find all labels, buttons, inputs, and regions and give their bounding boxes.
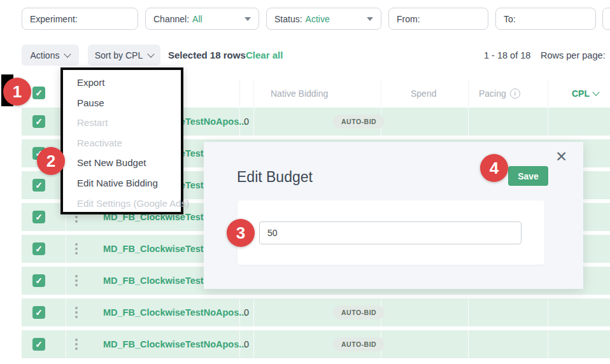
info-icon[interactable]: i	[510, 88, 520, 99]
checkmark-icon: ✓	[35, 340, 43, 349]
budget-input[interactable]	[259, 221, 521, 244]
row-checkbox[interactable]: ✓	[32, 115, 45, 128]
chevron-down-icon	[64, 50, 71, 57]
experiment-filter-label: Experiment:	[30, 14, 78, 24]
edit-budget-modal: Edit Budget ✕ Save	[204, 142, 583, 289]
row-menu-icon[interactable]	[73, 241, 80, 257]
menu-item-edit-settings-google-ads: Edit Settings (Google Ads)	[63, 193, 181, 214]
annotation-step-2: 2	[37, 147, 65, 175]
annotation-step-3: 3	[227, 219, 255, 247]
annotation-step-1: 1	[3, 78, 31, 106]
auto-bid-badge: AUTO-BID	[333, 115, 385, 129]
checkmark-icon: ✓	[35, 181, 43, 190]
channel-filter-label: Channel:	[153, 14, 189, 24]
experiment-filter[interactable]: Experiment:	[22, 8, 138, 30]
select-all-checkbox[interactable]: ✓	[32, 87, 45, 99]
column-divider	[66, 330, 66, 358]
channel-filter[interactable]: Channel: All	[145, 8, 259, 30]
date-to-filter[interactable]: To:	[495, 8, 596, 30]
column-divider	[253, 108, 254, 136]
column-divider	[239, 80, 240, 107]
rows-per-page-label: Rows per page:	[541, 50, 606, 60]
row-value: 0	[244, 307, 249, 318]
checkmark-icon: ✓	[35, 308, 43, 317]
column-divider	[548, 330, 548, 358]
column-divider	[468, 108, 469, 136]
column-divider	[468, 298, 469, 326]
selected-rows-text: Selected 18 rows	[168, 50, 246, 60]
table-row: ✓ MD_FB_ClockwiseTestNoApos... 0 AUTO-BI…	[22, 298, 610, 326]
row-menu-icon[interactable]	[73, 272, 80, 289]
checkmark-icon: ✓	[35, 244, 43, 253]
column-divider	[468, 330, 469, 358]
menu-item-edit-native-bidding[interactable]: Edit Native Bidding	[63, 173, 181, 193]
dropdown-arrow-icon	[245, 17, 251, 21]
column-divider	[66, 298, 66, 326]
close-icon[interactable]: ✕	[555, 150, 567, 164]
row-value: 0	[244, 116, 249, 127]
column-divider	[66, 235, 66, 263]
column-divider	[548, 108, 548, 136]
annotation-step-4: 4	[480, 154, 508, 182]
row-checkbox[interactable]: ✓	[32, 211, 45, 223]
column-divider	[381, 80, 381, 107]
clipped-filter-box[interactable]	[602, 8, 610, 30]
column-divider	[253, 298, 254, 326]
row-menu-icon[interactable]	[73, 336, 80, 353]
campaign-name-link[interactable]: MD_FB_ClockwiseTestNoApos...	[103, 339, 246, 349]
status-filter-value: Active	[306, 14, 330, 24]
menu-item-pause[interactable]: Pause	[63, 93, 181, 113]
checkmark-icon: ✓	[35, 276, 43, 285]
chevron-down-icon	[148, 50, 155, 57]
actions-button-label: Actions	[31, 50, 60, 60]
column-header-native-bidding: Native Bidding	[271, 88, 328, 99]
actions-dropdown-menu: Export Pause Restart Reactivate Set New …	[60, 67, 183, 214]
date-to-filter-label: To:	[504, 14, 516, 24]
status-filter-label: Status:	[274, 14, 302, 24]
menu-item-reactivate: Reactivate	[63, 133, 181, 153]
pagination-range-text: 1 - 18 of 18	[484, 50, 530, 60]
pacing-header-label: Pacing	[479, 88, 506, 99]
row-checkbox[interactable]: ✓	[32, 274, 45, 287]
column-header-pacing: Pacing i	[479, 88, 520, 99]
clear-all-link[interactable]: Clear all	[246, 50, 283, 60]
channel-filter-value: All	[192, 14, 202, 24]
status-filter[interactable]: Status: Active	[266, 8, 381, 30]
cpl-header-label: CPL	[572, 88, 590, 99]
menu-item-restart: Restart	[63, 113, 181, 133]
row-checkbox[interactable]: ✓	[32, 338, 45, 351]
row-checkbox[interactable]: ✓	[32, 179, 45, 192]
row-value: 0	[244, 339, 249, 349]
auto-bid-badge: AUTO-BID	[333, 305, 385, 319]
menu-item-set-new-budget[interactable]: Set New Budget	[63, 153, 181, 173]
column-header-spend: Spend	[411, 88, 436, 99]
row-checkbox[interactable]: ✓	[32, 306, 45, 319]
dropdown-arrow-icon	[367, 17, 373, 21]
checkmark-icon: ✓	[35, 88, 43, 97]
checkmark-icon: ✓	[35, 117, 43, 126]
campaign-name-link[interactable]: MD_FB_ClockwiseTestNoApos...	[103, 307, 246, 318]
column-divider	[66, 267, 66, 295]
row-menu-icon[interactable]	[73, 304, 80, 321]
save-button[interactable]: Save	[508, 166, 548, 186]
modal-title: Edit Budget	[237, 169, 313, 186]
menu-item-export[interactable]: Export	[63, 73, 181, 93]
column-divider	[253, 330, 254, 358]
sort-button-label: Sort by CPL	[95, 50, 143, 60]
column-divider	[253, 80, 254, 107]
table-row: ✓ MD_FB_ClockwiseTestNoApos... 0 AUTO-BI…	[22, 330, 610, 358]
column-divider	[468, 80, 469, 107]
column-header-cpl[interactable]: CPL	[572, 88, 599, 99]
row-checkbox[interactable]: ✓	[32, 242, 45, 255]
budget-card	[238, 200, 544, 265]
column-divider	[548, 80, 548, 107]
date-from-filter[interactable]: From:	[388, 8, 488, 30]
auto-bid-badge: AUTO-BID	[333, 337, 385, 351]
date-from-filter-label: From:	[397, 14, 420, 24]
actions-button[interactable]: Actions	[22, 45, 79, 66]
column-divider	[548, 298, 548, 326]
chevron-down-icon	[592, 88, 599, 95]
sort-by-cpl-button[interactable]: Sort by CPL	[88, 45, 160, 66]
checkmark-icon: ✓	[35, 213, 43, 221]
